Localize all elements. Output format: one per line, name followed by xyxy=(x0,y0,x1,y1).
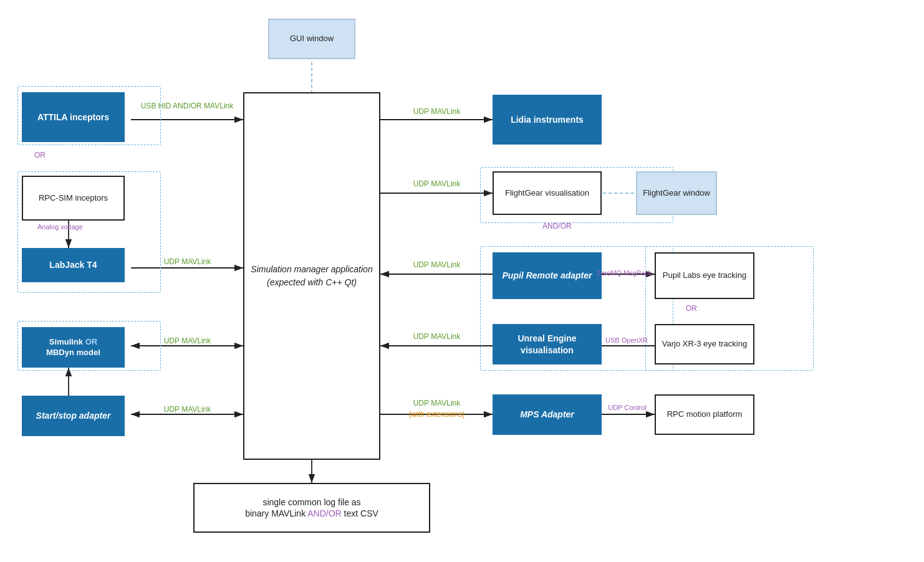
udp-startstop-label: UDP MAVLink xyxy=(136,405,239,414)
analog-voltage-label: Analog voltage xyxy=(37,223,83,231)
pupil-labs-label: Pupil Labs eye tracking xyxy=(663,270,746,281)
rpc-sim-box: RPC-SIM inceptors xyxy=(22,176,125,221)
or1-label: OR xyxy=(34,151,46,160)
varjo-label: Varjo XR-3 eye tracking xyxy=(662,339,747,350)
simulink-box: Simulink ORMBDyn model xyxy=(22,327,125,368)
flightgear-win-label: FlightGear window xyxy=(643,188,710,199)
simulink-label: Simulink ORMBDyn model xyxy=(46,337,100,358)
flightgear-vis-box: FlightGear visualisation xyxy=(493,171,602,215)
flightgear-vis-label: FlightGear visualisation xyxy=(505,188,589,199)
gui-window-box: GUI window xyxy=(268,19,355,59)
udp-labjack-label: UDP MAVLink xyxy=(136,257,239,266)
zeromq-label: ZeroMQ MsgPack xyxy=(590,269,658,277)
pupil-remote-box: Pupil Remote adapter xyxy=(493,252,602,299)
udp-lidia-label: UDP MAVLink xyxy=(385,107,488,116)
lidia-box: Lidia instruments xyxy=(493,95,602,145)
start-stop-label: Start/stop adapter xyxy=(36,410,111,421)
udp-flightgear-label: UDP MAVLink xyxy=(385,179,488,188)
and-or1-label: AND/OR xyxy=(542,222,572,231)
log-file-label: single common log file asbinary MAVLink … xyxy=(245,497,378,519)
sim-manager-label: Simulation manager application (expected… xyxy=(244,263,379,289)
lidia-label: Lidia instruments xyxy=(511,114,584,125)
attila-label: ATTILA inceptors xyxy=(37,112,109,123)
with-extensions-label: (with extensions) xyxy=(385,410,488,419)
udp-mps-label: UDP MAVLink xyxy=(385,399,488,407)
diagram: GUI window ATTILA inceptors OR RPC-SIM i… xyxy=(0,0,924,562)
rpc-motion-box: RPC motion platform xyxy=(655,394,754,435)
gui-window-label: GUI window xyxy=(290,34,334,44)
pupil-labs-box: Pupil Labs eye tracking xyxy=(655,252,754,299)
start-stop-box: Start/stop adapter xyxy=(22,396,125,436)
log-file-box: single common log file asbinary MAVLink … xyxy=(193,483,430,533)
rpc-sim-label: RPC-SIM inceptors xyxy=(39,193,108,204)
attila-box: ATTILA inceptors xyxy=(22,92,125,142)
usb-hid-label: USB HID AND/OR MAVLink xyxy=(134,102,240,110)
or2-label: OR xyxy=(686,304,697,313)
usb-openxr-label: USB OpenXR xyxy=(599,336,655,344)
rpc-motion-label: RPC motion platform xyxy=(667,409,743,420)
udp-unreal-label: UDP MAVLink xyxy=(385,332,488,341)
labjack-box: LabJack T4 xyxy=(22,248,125,282)
flightgear-win-box: FlightGear window xyxy=(636,171,717,215)
udp-simulink-label: UDP MAVLink xyxy=(136,336,239,345)
pupil-remote-label: Pupil Remote adapter xyxy=(503,270,592,281)
labjack-label: LabJack T4 xyxy=(49,259,97,270)
unreal-label: Unreal Engine visualisation xyxy=(494,333,600,355)
udp-control-label: UDP Control xyxy=(602,404,652,411)
varjo-box: Varjo XR-3 eye tracking xyxy=(655,324,754,364)
mps-box: MPS Adapter xyxy=(493,394,602,435)
unreal-box: Unreal Engine visualisation xyxy=(493,324,602,364)
udp-pupil-label: UDP MAVLink xyxy=(385,260,488,269)
sim-manager-box: Simulation manager application (expected… xyxy=(243,92,380,460)
mps-label: MPS Adapter xyxy=(520,409,574,420)
